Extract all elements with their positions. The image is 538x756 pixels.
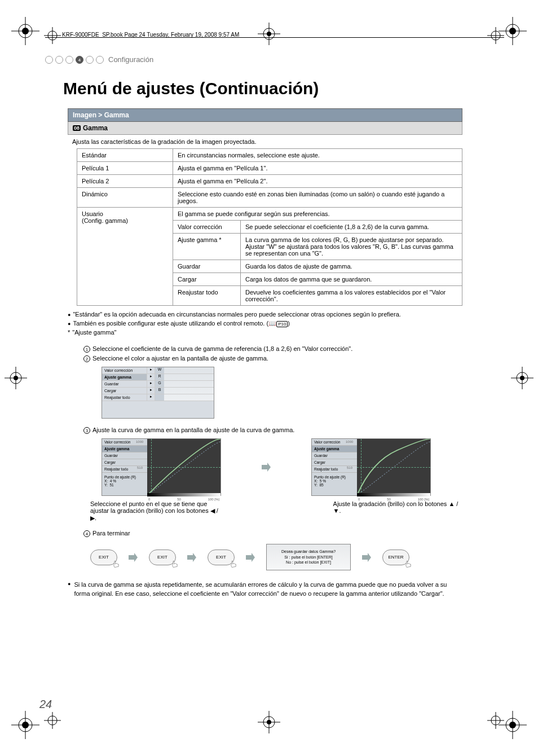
arrow-right-icon — [127, 552, 139, 563]
caption-right: Ajuste la gradación (brillo) con lo boto… — [333, 500, 462, 522]
step-1: 1Seleccione el coeficiente de la curva d… — [83, 345, 462, 353]
page-ref: P10 — [276, 321, 288, 327]
svg-point-19 — [14, 376, 18, 380]
section-header: Imagen > Gamma — [68, 108, 462, 122]
table-row: Película 1 Ajusta el gamma en "Película … — [68, 162, 462, 175]
exit-button[interactable]: EXIT — [149, 550, 176, 565]
hand-cursor-icon — [171, 560, 179, 568]
gamma-graph-pair: Valor corrección Ajuste gamma Guardar Ca… — [102, 438, 462, 496]
sub-header-tag: 08 — [73, 125, 81, 131]
cell-desc: Carga los datos de gamma que se guardaro… — [241, 273, 462, 286]
bc-step-6 — [96, 56, 104, 64]
page-ref-icon: 📖 — [268, 320, 276, 327]
gamma-chart-right: Valor corrección Ajuste gamma Guardar Ca… — [311, 438, 431, 496]
crop-mark-mt — [258, 23, 280, 45]
top-rule — [45, 37, 504, 38]
crop-mark-tl — [11, 17, 39, 45]
cell-desc: Devuelve los coeficientes gamma a los va… — [241, 286, 462, 306]
table-row: Película 2 Ajusta el gamma en "Película … — [68, 175, 462, 188]
cell-desc: Se puede seleccionar el coeficiente (1,8… — [241, 221, 462, 234]
notes-list: "Estándar" es la opción adecuada en circ… — [68, 310, 462, 337]
graph-captions: Seleccione el punto en el que se tiene q… — [90, 500, 462, 522]
cell-label: Reajustar todo — [173, 286, 241, 306]
cell-label: Ajuste gamma * — [173, 234, 241, 260]
cell-label: Valor corrección — [173, 221, 241, 234]
bc-step-3 — [65, 56, 73, 64]
table-row: Estándar En circunstancias normales, sel… — [68, 149, 462, 162]
corner-cross-tl — [44, 27, 61, 44]
exit-flow: EXIT EXIT EXIT Desea guardar datos Gamma… — [90, 544, 462, 570]
settings-table: Estándar En circunstancias normales, sel… — [68, 148, 462, 306]
gamma-menu-screenshot-1: Valor corrección▸W Ajuste gamma▸R Guarda… — [102, 367, 214, 419]
table-row: Usuario(Config. gamma) El gamma se puede… — [68, 208, 462, 221]
crop-mark-mr — [511, 367, 533, 389]
table-row: Dinámico Seleccione esto cuando esté en … — [68, 188, 462, 208]
bc-step-1 — [45, 56, 53, 64]
hand-cursor-icon — [112, 560, 120, 568]
step-3: 3Ajuste la curva de gamma en la pantalla… — [83, 427, 462, 434]
bullet-icon: ● — [68, 581, 70, 598]
page-number: 24 — [39, 698, 52, 711]
exit-button[interactable]: EXIT — [208, 550, 235, 565]
crop-mark-bl — [11, 711, 39, 739]
bc-step-4: 4 — [76, 56, 83, 64]
svg-point-23 — [520, 376, 524, 380]
cell-label: Usuario(Config. gamma) — [77, 208, 173, 306]
cell-desc: Ajusta el gamma en "Película 2". — [173, 175, 462, 188]
cell-label: Película 2 — [77, 175, 173, 188]
cell-label: Guardar — [173, 260, 241, 273]
bc-step-5 — [86, 56, 94, 64]
cell-desc: Seleccione esto cuando esté en zonas bie… — [173, 188, 462, 208]
enter-button[interactable]: ENTER — [382, 550, 409, 565]
arrow-right-icon — [186, 552, 197, 563]
arrow-right-icon — [261, 461, 272, 473]
cell-label: Estándar — [77, 149, 173, 162]
final-note: ● Si la curva de gamma se ajusta repetid… — [68, 581, 462, 598]
cell-desc: El gamma se puede configurar según sus p… — [173, 208, 462, 221]
note-item: "Ajuste gamma" — [68, 328, 462, 337]
exit-button[interactable]: EXIT — [90, 550, 117, 565]
cell-desc: En circunstancias normales, seleccione e… — [173, 149, 462, 162]
page-title: Menú de ajustes (Continuación) — [63, 79, 319, 98]
cell-desc: La curva gamma de los colores (R, G, B) … — [241, 234, 462, 260]
bc-step-2 — [55, 56, 63, 64]
sub-header: 08 Gamma — [68, 122, 462, 135]
corner-cross-bl — [44, 712, 61, 729]
breadcrumb-label: Configuración — [108, 55, 153, 64]
svg-point-31 — [267, 720, 271, 724]
sub-header-text: Gamma — [83, 124, 108, 132]
cell-label: Cargar — [173, 273, 241, 286]
note-item: "Estándar" es la opción adecuada en circ… — [68, 310, 462, 319]
note-item: También es posible configurar este ajust… — [68, 319, 462, 328]
arrow-right-icon — [245, 552, 256, 563]
corner-cross-br — [487, 712, 504, 729]
section-desc: Ajusta las características de la gradaci… — [68, 135, 462, 148]
cell-desc: Guarda los datos de ajuste de gamma. — [241, 260, 462, 273]
gamma-chart-left: Valor corrección Ajuste gamma Guardar Ca… — [102, 438, 221, 496]
crop-mark-ml — [5, 367, 27, 389]
corner-cross-tr — [487, 27, 504, 44]
breadcrumb: 4 Configuración — [45, 55, 153, 64]
step-2: 2Seleccione el color a ajustar en la pan… — [83, 355, 462, 362]
step-4: 4Para terminar — [83, 530, 462, 537]
cell-label: Dinámico — [77, 188, 173, 208]
cell-label: Película 1 — [77, 162, 173, 175]
crop-mark-mb — [258, 711, 280, 733]
hand-cursor-icon — [230, 560, 237, 568]
caption-left: Seleccione el punto en el que se tiene q… — [90, 500, 221, 522]
cell-desc: Ajusta el gamma en "Película 1". — [173, 162, 462, 175]
arrow-right-icon — [361, 552, 372, 563]
save-dialog: Desea guardar datos Gamma? Sí : pulse el… — [266, 544, 351, 570]
hand-cursor-icon — [404, 560, 412, 568]
svg-point-27 — [267, 32, 271, 36]
